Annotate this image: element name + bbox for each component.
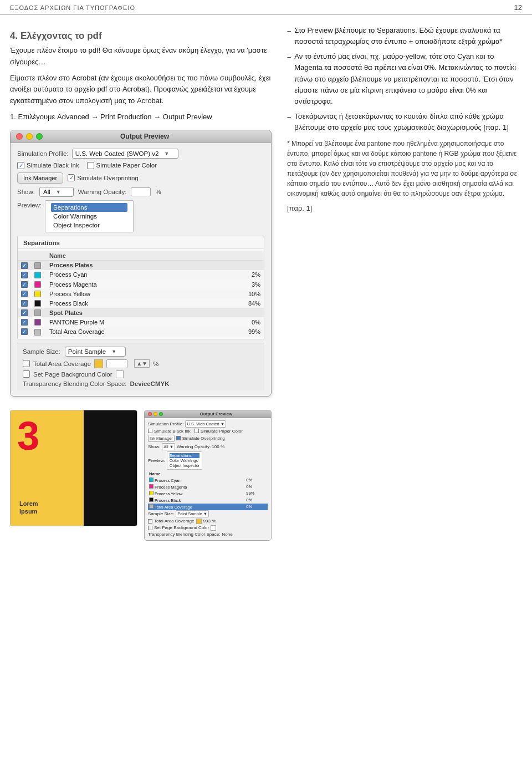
col-name: Name (46, 251, 244, 261)
table-row: Total Area Coverage 99% (18, 327, 264, 336)
row-name: Process Cyan (46, 270, 244, 280)
header-page-num: 12 (514, 3, 522, 12)
sample-size-select[interactable]: Point Sample ▼ (65, 347, 126, 357)
check-icon (17, 162, 24, 169)
col-value (244, 251, 264, 261)
preview-object-inspector[interactable]: Object Inspector (51, 221, 127, 230)
select-arrow-icon: ▼ (164, 151, 169, 156)
mini-show-row: Show: All ▼ Warning Opacity: 100 % (148, 443, 268, 450)
table-row: PANTONE Purple M 0% (18, 317, 264, 327)
show-row: Show: All ▼ Warning Opacity: 100 % (17, 187, 264, 197)
row-check[interactable] (21, 281, 28, 288)
simulate-paper-color-check[interactable]: Simulate Paper Color (87, 162, 157, 169)
graphic-image: 3 Loremipsum (10, 410, 137, 526)
row-check[interactable] (21, 309, 28, 316)
simulation-profile-row: Simulation Profile: U.S. Web Coated (SWO… (17, 149, 264, 159)
tac-value-input[interactable]: 280 (106, 359, 127, 368)
mini-minimize-icon (154, 412, 157, 416)
table-row: Process Black 84% (18, 298, 264, 308)
color-swatch-icon (34, 300, 41, 307)
bg-color-check[interactable] (23, 370, 30, 378)
close-btn[interactable] (16, 133, 23, 140)
mini-output-preview-window: Output Preview Simulation Profile: U.S. … (144, 410, 272, 541)
mini-sep-item: Separations (170, 453, 200, 458)
tac-label: Total Area Coverage (33, 360, 91, 367)
bullet-item-1: – Στο Preview βλέπουμε το Separations. Ε… (287, 25, 522, 47)
tac-stepper-icon[interactable]: ▲▼ (134, 359, 150, 368)
warning-opacity-row: Warning Opacity: 100 % (78, 187, 161, 196)
right-column: – Στο Preview βλέπουμε το Separations. Ε… (282, 25, 522, 401)
mini-bg-row: Set Page Background Color (148, 525, 268, 531)
simulate-overprinting-check[interactable]: Simulate Overprinting (68, 174, 139, 181)
col-swatch (31, 251, 46, 261)
separations-section: Separations Name Pro (17, 236, 264, 339)
show-select[interactable]: All ▼ (39, 187, 74, 197)
tac-check[interactable] (23, 360, 30, 367)
color-swatch-icon (34, 309, 41, 316)
select-arrow-icon: ▼ (111, 349, 116, 354)
mini-sample-select[interactable]: Point Sample ▼ (176, 510, 209, 517)
table-row: Process Yellow 10% (18, 289, 264, 298)
row-check[interactable] (21, 328, 28, 335)
bottom-image-area: 3 Loremipsum Output Preview Simulation P… (0, 410, 532, 551)
bg-color-swatch (116, 370, 124, 378)
tac-pct: % (153, 360, 158, 367)
simulation-profile-select[interactable]: U.S. Web Coated (SWOP) v2 ▼ (72, 149, 179, 159)
row-check[interactable] (21, 272, 28, 278)
row-value: 2% (244, 270, 264, 280)
separations-title: Separations (18, 238, 264, 249)
mini-preview-panel: Separations Color Warnings Object Inspec… (167, 451, 203, 470)
row-name: Spot Plates (46, 308, 244, 317)
mini-tac-row: Total Area Coverage 993 % (148, 519, 268, 524)
btn-row: Ink Manager Simulate Overprinting (17, 172, 264, 184)
row-name: Total Area Coverage (46, 327, 244, 336)
ink-manager-button[interactable]: Ink Manager (17, 172, 63, 184)
mini-sample-row: Sample Size: Point Sample ▼ (148, 510, 268, 517)
bullet-item-3: – Τσεκάρωντας ή ξετσεκάρωντας το κουτάκι… (287, 111, 522, 133)
simulate-black-ink-check[interactable]: Simulate Black Ink (17, 162, 79, 169)
left-column: 4. Ελέγχοντας το pdf Έχουμε πλέον έτοιμο… (10, 25, 282, 401)
warning-opacity-pct: % (155, 189, 161, 195)
mini-ink-manager[interactable]: Ink Manager (148, 435, 175, 442)
show-label: Show: (17, 189, 35, 195)
preview-color-warnings[interactable]: Color Warnings (51, 212, 127, 221)
header-title: ΕΞΟΔΟΣ ΑΡΧΕΙΩΝ ΓΙΑ ΤΥΠΟΓΡΑΦΕΙΟ (10, 4, 135, 11)
body-para-1: Έχουμε πλέον έτοιμο το pdf! Θα κάνουμε ό… (10, 45, 272, 68)
footnote: * Μπορεί να βλέπουμε ένα pantone που ηθε… (287, 139, 522, 199)
trans-value: DeviceCMYK (130, 380, 170, 387)
mini-sim-profile-row: Simulation Profile: U.S. Web Coated ▼ (148, 420, 268, 428)
mini-btn-row: Ink Manager Simulate Overprinting (148, 435, 268, 442)
mini-window-title: Output Preview (165, 411, 268, 416)
mini-body: Simulation Profile: U.S. Web Coated ▼ Si… (145, 418, 271, 540)
row-value: 10% (244, 289, 264, 298)
row-check[interactable] (21, 291, 28, 297)
simulation-profile-label: Simulation Profile: (17, 150, 69, 157)
mini-titlebar: Output Preview (145, 410, 271, 418)
main-content: 4. Ελέγχοντας το pdf Έχουμε πλέον έτοιμο… (0, 15, 532, 401)
mini-show-select[interactable]: All ▼ (162, 443, 175, 450)
bullet-list: – Στο Preview βλέπουμε το Separations. Ε… (287, 25, 522, 133)
tac-color-box (94, 359, 103, 368)
row-check[interactable] (21, 262, 28, 269)
color-swatch-icon (34, 329, 41, 336)
check-icon (87, 162, 94, 169)
output-preview-window: Output Preview Simulation Profile: U.S. … (10, 130, 272, 397)
color-swatch-icon (34, 272, 41, 278)
table-row: Process Plates (18, 260, 264, 270)
warning-opacity-label: Warning Opacity: (78, 189, 127, 195)
mini-maximize-icon (159, 412, 163, 416)
preview-panel: Separations Color Warnings Object Inspec… (45, 200, 134, 232)
row-check[interactable] (21, 319, 28, 326)
warning-opacity-input[interactable]: 100 (131, 187, 151, 196)
row-value: 3% (244, 280, 264, 289)
sample-size-label: Sample Size: (23, 348, 60, 355)
page-header: ΕΞΟΔΟΣ ΑΡΧΕΙΩΝ ΓΙΑ ΤΥΠΟΓΡΑΦΕΙΟ 12 (0, 0, 532, 15)
bg-color-label: Set Page Background Color (33, 371, 112, 378)
preview-separations[interactable]: Separations (51, 203, 127, 212)
row-check[interactable] (21, 300, 28, 307)
mini-sim-profile-select[interactable]: U.S. Web Coated ▼ (185, 420, 226, 428)
bottom-controls: Sample Size: Point Sample ▼ Total Area C… (17, 343, 264, 390)
para-ref: [παρ. 1] (287, 203, 522, 214)
step-text: 1. Επιλέγουμε Advanced → Print Productio… (10, 111, 272, 123)
body-para-2: Είμαστε πλέον στο Acrobat (αν έχουμε ακο… (10, 73, 272, 107)
